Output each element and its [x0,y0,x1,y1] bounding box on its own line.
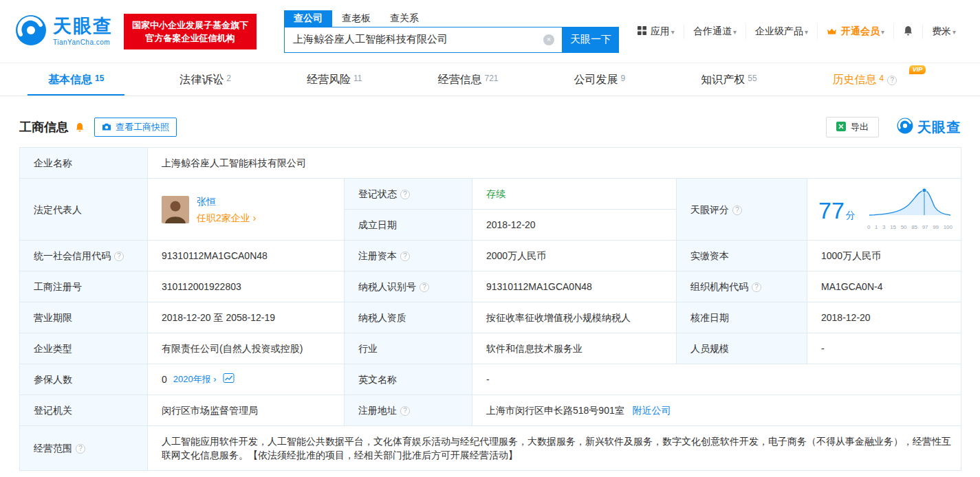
nearby-companies-link[interactable]: 附近公司 [632,405,671,416]
tab-basic-info[interactable]: 基本信息15 [28,63,124,96]
field-label: 工商注册号 [20,271,148,302]
field-label: 纳税人资质 [345,302,472,333]
field-label: 统一社会信用代码 [20,241,148,271]
help-icon[interactable] [400,190,410,199]
top-nav: 应用 合作通道 企业级产品 开通会员 费米 [629,24,965,39]
nav-enterprise[interactable]: 企业级产品 [745,24,817,39]
certification-badge: 国家中小企业发展子基金旗下 官方备案企业征信机构 [124,14,257,49]
field-label: 法定代表人 [20,179,148,241]
section-title: 工商信息 [19,119,69,135]
snapshot-button[interactable]: 查看工商快照 [94,118,177,137]
field-label: 组织机构代码 [677,271,807,302]
search-tab-boss[interactable]: 查老板 [332,10,380,27]
reg-status-value: 存续 [472,179,677,210]
approval-date-value: 2018-12-20 [807,302,961,333]
help-icon[interactable] [732,206,742,215]
legal-rep-link[interactable]: 张恒 [197,195,256,208]
export-button[interactable]: 导出 [826,117,879,137]
authority-value: 闵行区市场监督管理局 [148,395,345,426]
table-row: 统一社会信用代码 91310112MA1GCA0N48 注册资本 2000万人民… [20,241,961,271]
field-label: 核准日期 [677,302,807,333]
bell-icon [903,25,913,38]
paid-capital-value: 1000万人民币 [807,241,961,271]
crown-icon [827,26,837,37]
est-date-value: 2018-12-20 [472,210,677,241]
field-label: 实缴资本 [677,241,807,271]
field-label: 人员规模 [677,333,807,364]
nav-notifications[interactable] [893,24,922,39]
field-label: 天眼评分 [677,179,807,241]
help-icon[interactable] [420,282,429,292]
search-area: 查公司 查老板 查关系 天眼一下 [284,10,619,53]
legal-rep-avatar[interactable] [162,196,189,223]
reg-capital-value: 2000万人民币 [472,241,677,271]
business-info-header: 工商信息 查看工商快照 导出 天眼查 [19,117,961,137]
tab-development[interactable]: 公司发展9 [554,63,646,96]
grid-apps-icon [638,26,646,37]
field-label: 企业名称 [20,148,148,179]
site-header: 天眼查 TianYanCha.com 国家中小企业发展子基金旗下 官方备案企业征… [0,0,980,63]
search-tab-relation[interactable]: 查关系 [380,10,428,27]
field-label: 登记状态 [345,179,472,210]
field-label: 注册资本 [345,241,472,271]
table-row: 参保人数 0 2020年报 › 英文名称 - [20,364,961,395]
tianyancha-logo[interactable]: 天眼查 TianYanCha.com [15,14,113,49]
help-icon[interactable] [114,252,124,261]
tab-history[interactable]: 历史信息4 VIP [812,63,928,96]
score-distribution-chart: 0131550859799100 [867,186,952,234]
field-label: 参保人数 [20,364,148,395]
taxpayer-id-value: 91310112MA1GCA0N48 [472,271,677,302]
table-row: 企业名称 上海鲸谷座人工智能科技有限公司 [20,148,961,179]
field-label: 企业类型 [20,333,148,364]
org-code-value: MA1GCA0N-4 [807,271,961,302]
vip-badge: VIP [909,65,926,74]
company-name-value: 上海鲸谷座人工智能科技有限公司 [148,148,961,179]
trend-chart-icon[interactable] [223,373,235,386]
help-icon[interactable] [752,282,761,292]
field-label: 纳税人识别号 [345,271,472,302]
table-row: 工商注册号 310112001922803 纳税人识别号 91310112MA1… [20,271,961,302]
tab-operation[interactable]: 经营信息721 [417,63,519,96]
field-label: 成立日期 [345,210,472,241]
taxpayer-quality-value: 按征收率征收增值税小规模纳税人 [472,302,677,333]
field-label: 登记机关 [20,395,148,426]
field-label: 经营范围 [20,426,148,471]
industry-value: 软件和信息技术服务业 [472,333,677,364]
nav-cooperation[interactable]: 合作通道 [684,24,745,39]
field-label: 营业期限 [20,302,148,333]
address-value: 上海市闵行区申长路518号901室 附近公司 [472,395,961,426]
score-value: 77分 [818,199,856,222]
nav-vip[interactable]: 开通会员 [817,24,893,39]
help-icon[interactable] [887,76,897,85]
english-name-value: - [472,364,961,395]
nav-user[interactable]: 费米 [922,24,965,39]
clear-search-icon[interactable] [543,34,554,45]
eye-logo-icon [15,14,47,49]
search-button[interactable]: 天眼一下 [563,27,619,53]
help-icon[interactable] [400,252,410,261]
search-tab-company[interactable]: 查公司 [284,10,332,27]
page-tabbar: 基本信息15 法律诉讼2 经营风险11 经营信息721 公司发展9 知识产权55… [0,63,980,96]
nav-apps[interactable]: 应用 [629,24,684,39]
annual-report-link[interactable]: 2020年报 › [173,373,217,386]
monitor-bell-icon[interactable] [75,122,85,132]
company-type-value: 有限责任公司(自然人投资或控股) [148,333,345,364]
field-label: 英文名称 [345,364,472,395]
help-icon[interactable] [76,444,85,454]
legal-rep-cell: 张恒 任职2家企业 › [148,179,345,241]
staff-size-value: - [807,333,961,364]
tab-risk[interactable]: 经营风险11 [286,63,382,96]
brand-name: 天眼查 [53,17,113,36]
tab-legal[interactable]: 法律诉讼2 [159,63,252,96]
rep-positions-link[interactable]: 任职2家企业 › [197,211,256,225]
business-info-table: 企业名称 上海鲸谷座人工智能科技有限公司 法定代表人 张恒 任职2家企业 › 登… [19,147,961,471]
table-row: 法定代表人 张恒 任职2家企业 › 登记状态 存续 天眼评分 77分 [20,179,961,210]
search-input[interactable] [284,27,563,53]
search-tabs: 查公司 查老板 查关系 [284,10,619,27]
help-icon[interactable] [400,406,410,416]
eye-logo-icon [897,118,913,137]
excel-icon [836,122,846,133]
tab-ip[interactable]: 知识产权55 [680,63,777,96]
insured-value: 0 2020年报 › [148,364,345,395]
business-scope-value: 人工智能应用软件开发，人工智能公共数据平台，文化体育娱乐活动与经纪代理服务，大数… [148,426,961,471]
